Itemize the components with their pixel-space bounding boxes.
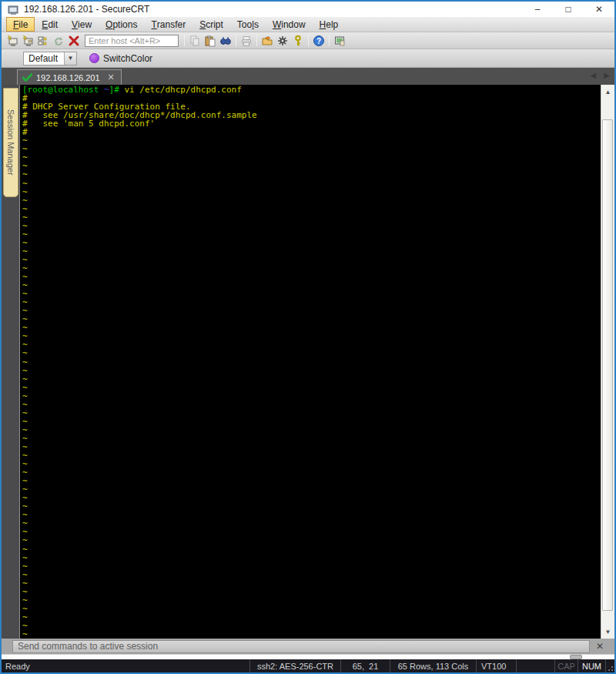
find-icon[interactable] bbox=[218, 34, 233, 48]
terminal-line: ~ bbox=[22, 511, 601, 519]
terminal-line: ~ bbox=[22, 519, 601, 528]
scroll-up-icon[interactable]: ▲ bbox=[601, 86, 614, 98]
global-options-icon[interactable] bbox=[275, 34, 290, 48]
terminal-line: ~ bbox=[22, 315, 601, 324]
chevron-down-icon[interactable]: ▼ bbox=[64, 52, 76, 65]
status-caps-lock: CAP bbox=[554, 659, 578, 672]
quick-connect-icon[interactable] bbox=[5, 34, 20, 48]
connect-icon[interactable] bbox=[20, 34, 35, 48]
terminal-line: ~ bbox=[22, 196, 601, 205]
terminal-line: ~ bbox=[22, 536, 601, 545]
close-button[interactable]: ✕ bbox=[584, 2, 614, 17]
session-manager-tab[interactable]: Session Manager bbox=[3, 88, 18, 197]
session-tab[interactable]: 192.168.126.201 ✕ bbox=[17, 69, 122, 85]
status-terminal-size: 65 Rows, 113 Cols bbox=[390, 659, 476, 672]
terminal-line: ~ bbox=[22, 153, 601, 162]
menu-bar: FileEditViewOptionsTransferScriptToolsWi… bbox=[2, 17, 614, 32]
help-icon[interactable]: ? bbox=[311, 34, 326, 48]
copy-icon[interactable] bbox=[187, 34, 203, 48]
terminal-line: ~ bbox=[22, 613, 601, 622]
disconnect-icon[interactable] bbox=[66, 34, 82, 48]
connected-check-icon bbox=[22, 73, 32, 82]
prompt-segment: vi /etc/dhcp/dhcpd.conf bbox=[124, 85, 241, 95]
paste-icon[interactable] bbox=[203, 34, 218, 48]
splitter-grip[interactable] bbox=[570, 655, 582, 659]
menu-options[interactable]: Options bbox=[99, 17, 144, 32]
command-input[interactable] bbox=[12, 640, 590, 653]
terminal-line: ~ bbox=[22, 392, 601, 401]
terminal-line: ~ bbox=[22, 307, 601, 315]
menu-transfer[interactable]: Transfer bbox=[144, 17, 192, 32]
session-manager-toggle-icon[interactable] bbox=[332, 34, 347, 48]
status-ready: Ready bbox=[2, 659, 249, 672]
menu-help[interactable]: Help bbox=[313, 17, 346, 32]
terminal-line: # bbox=[22, 128, 601, 136]
terminal-line: ~ bbox=[22, 562, 601, 571]
manage-agent-keys-icon[interactable] bbox=[290, 34, 306, 48]
terminal-line: ~ bbox=[22, 367, 601, 375]
session-options-icon[interactable] bbox=[259, 34, 275, 48]
toolbar-separator bbox=[184, 35, 185, 46]
window-controls: – □ ✕ bbox=[522, 2, 614, 17]
terminal-line: ~ bbox=[22, 596, 601, 605]
terminal-line: ~ bbox=[22, 247, 601, 256]
maximize-button[interactable]: □ bbox=[553, 2, 584, 17]
terminal-line: ~ bbox=[22, 230, 601, 239]
connect-in-tab-icon[interactable] bbox=[35, 34, 51, 48]
menu-edit[interactable]: Edit bbox=[35, 17, 65, 32]
terminal-line: ~ bbox=[22, 358, 601, 367]
terminal-line: ~ bbox=[22, 222, 601, 230]
firewall-combo[interactable]: Default ▼ bbox=[23, 52, 77, 65]
terminal-line: ~ bbox=[22, 434, 601, 443]
terminal-line: ~ bbox=[22, 298, 601, 307]
toolbar-separator bbox=[308, 35, 309, 46]
scroll-down-icon[interactable]: ▼ bbox=[601, 625, 614, 638]
terminal-line: [root@localhost ~]# vi /etc/dhcp/dhcpd.c… bbox=[22, 86, 601, 94]
reconnect-icon[interactable] bbox=[51, 34, 66, 48]
scrollbar-thumb[interactable] bbox=[602, 119, 613, 611]
terminal-line: ~ bbox=[22, 443, 601, 451]
window-title: 192.168.126.201 - SecureCRT bbox=[24, 4, 522, 15]
tab-scroll-buttons: ◀ ▶ bbox=[591, 71, 610, 79]
terminal-line: ~ bbox=[22, 605, 601, 613]
menu-window[interactable]: Window bbox=[266, 17, 313, 32]
terminal-line: ~ bbox=[22, 340, 601, 349]
terminal-line: ~ bbox=[22, 622, 601, 630]
menu-file[interactable]: File bbox=[6, 17, 35, 32]
terminal-line: ~ bbox=[22, 468, 601, 477]
terminal-line: ~ bbox=[22, 264, 601, 273]
terminal-line: ~ bbox=[22, 375, 601, 384]
terminal-scrollbar[interactable]: ▲ ▼ bbox=[601, 85, 614, 639]
menu-view[interactable]: View bbox=[65, 17, 99, 32]
tab-close-icon[interactable]: ✕ bbox=[106, 72, 116, 82]
terminal-line: ~ bbox=[22, 588, 601, 596]
prompt-segment: ~ bbox=[104, 85, 109, 95]
prompt-segment: ]# bbox=[109, 85, 125, 95]
command-window: ✕ bbox=[2, 639, 614, 654]
status-emulation: VT100 bbox=[476, 659, 516, 672]
terminal-line: ~ bbox=[22, 384, 601, 392]
toolbar-separator bbox=[256, 35, 257, 46]
title-bar: 192.168.126.201 - SecureCRT – □ ✕ bbox=[2, 2, 614, 17]
menu-tools[interactable]: Tools bbox=[230, 17, 266, 32]
resize-grip[interactable] bbox=[605, 659, 614, 672]
terminal-line: ~ bbox=[22, 417, 601, 426]
tab-bar: 192.168.126.201 ✕ ◀ ▶ bbox=[2, 68, 614, 85]
host-input[interactable] bbox=[85, 35, 179, 47]
status-num-lock: NUM bbox=[578, 659, 605, 672]
command-window-close-icon[interactable]: ✕ bbox=[590, 641, 610, 652]
status-cursor-position: 65, 21 bbox=[340, 659, 390, 672]
print-icon[interactable] bbox=[239, 34, 254, 48]
minimize-button[interactable]: – bbox=[522, 2, 553, 17]
terminal-line: ~ bbox=[22, 545, 601, 554]
terminal-screen[interactable]: [root@localhost ~]# vi /etc/dhcp/dhcpd.c… bbox=[20, 85, 601, 639]
status-bar: Ready ssh2: AES-256-CTR 65, 21 65 Rows, … bbox=[2, 659, 614, 672]
firewall-combo-value: Default bbox=[24, 53, 64, 64]
session-tab-label: 192.168.126.201 bbox=[36, 73, 100, 82]
terminal-line: ~ bbox=[22, 494, 601, 502]
tab-scroll-left-icon[interactable]: ◀ bbox=[591, 71, 597, 79]
tab-scroll-right-icon[interactable]: ▶ bbox=[604, 71, 610, 79]
switchcolor-button[interactable]: SwitchColor bbox=[86, 51, 156, 66]
terminal-line: ~ bbox=[22, 170, 601, 179]
menu-script[interactable]: Script bbox=[192, 17, 230, 32]
